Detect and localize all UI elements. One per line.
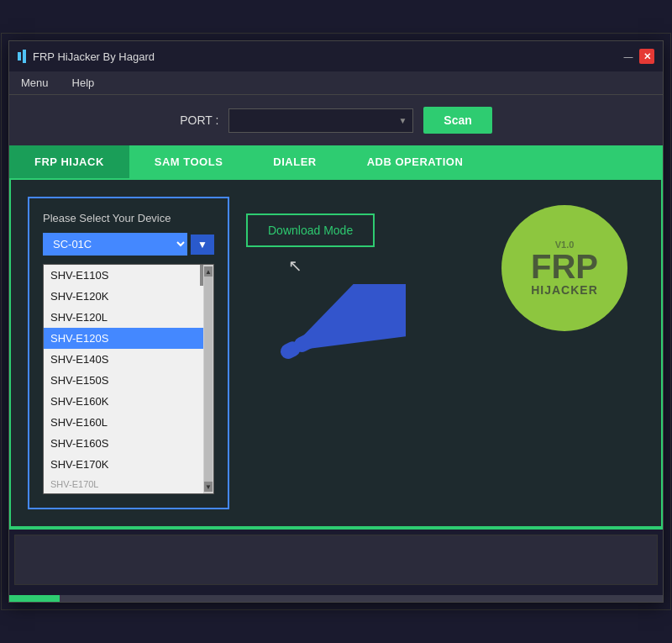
tab-adb-operation[interactable]: ADB OPERATION	[342, 145, 489, 178]
tab-bar: FRP HIJACK SAM TOOLS DIALER ADB OPERATIO…	[9, 145, 663, 178]
port-select-wrapper	[228, 108, 413, 133]
device-dropdown-arrow[interactable]: ▼	[191, 235, 214, 255]
close-button[interactable]: ✕	[639, 49, 654, 64]
list-item[interactable]: SHV-E120K	[44, 286, 203, 307]
list-item[interactable]: SHV-E160S	[44, 433, 203, 454]
device-list-items: SHV-E110S SHV-E120K SHV-E120L SHV-E120S …	[44, 265, 203, 493]
bottom-area	[9, 528, 663, 595]
list-item-selected[interactable]: SHV-E120S	[44, 328, 203, 349]
tab-sam-tools[interactable]: SAM TOOLS	[129, 145, 249, 178]
tab-frp-hijack[interactable]: FRP HIJACK	[9, 145, 129, 178]
list-item[interactable]: SHV-E160K	[44, 391, 203, 412]
cursor-indicator: ↖	[288, 256, 302, 276]
port-bar: PORT : Scan	[9, 95, 663, 145]
list-item-partial[interactable]: SHV-E170L	[44, 475, 203, 493]
menu-item-menu[interactable]: Menu	[18, 75, 52, 91]
list-item[interactable]: SHV-E160L	[44, 412, 203, 433]
menu-bar: Menu Help	[9, 71, 663, 95]
scrollbar-thumb	[9, 595, 60, 602]
list-item[interactable]: SHV-E110S	[44, 265, 203, 286]
bottom-scrollbar	[9, 595, 663, 602]
device-panel-label: Please Select Your Device	[43, 212, 214, 224]
device-list: SHV-E110S SHV-E120K SHV-E120L SHV-E120S …	[43, 264, 214, 494]
list-item[interactable]: SHV-E140S	[44, 349, 203, 370]
window-title: FRP HiJacker By Hagard	[33, 50, 155, 63]
device-select-row: SC-01C ▼	[43, 233, 214, 256]
device-selected-value[interactable]: SC-01C	[43, 233, 187, 256]
main-content: Please Select Your Device SC-01C ▼ SHV-E…	[9, 178, 663, 528]
window-controls: — ✕	[621, 49, 654, 64]
arrow-decoration	[255, 284, 406, 372]
device-panel: Please Select Your Device SC-01C ▼ SHV-E…	[28, 197, 229, 509]
menu-item-help[interactable]: Help	[69, 75, 98, 91]
list-item[interactable]: SHV-E120L	[44, 307, 203, 328]
main-window: FRP HiJacker By Hagard — ✕ Menu Help POR…	[8, 40, 664, 603]
port-select[interactable]	[228, 108, 413, 133]
download-mode-button[interactable]: Download Mode	[246, 213, 375, 247]
status-area	[14, 535, 658, 585]
list-item[interactable]: SHV-E150S	[44, 370, 203, 391]
minimize-button[interactable]: —	[621, 49, 636, 64]
device-scrollbar: ▲ ▼	[203, 265, 213, 493]
svg-line-1	[288, 301, 389, 351]
scan-button[interactable]: Scan	[423, 107, 491, 134]
title-bar: FRP HiJacker By Hagard — ✕	[9, 41, 663, 71]
tab-dialer[interactable]: DIALER	[248, 145, 341, 178]
horizontal-scrollbar[interactable]	[9, 595, 663, 602]
scrollbar-track	[204, 277, 213, 482]
scrollbar-down[interactable]: ▼	[204, 482, 213, 492]
logo-frp: FRP	[531, 250, 598, 283]
list-item[interactable]: SHV-E170K	[44, 454, 203, 475]
port-label: PORT :	[180, 113, 218, 127]
scrollbar-up[interactable]: ▲	[204, 266, 213, 277]
logo-hijacker: HIJACKER	[531, 283, 598, 297]
logo-circle: V1.0 FRP HIJACKER	[501, 205, 627, 331]
app-icon	[18, 50, 26, 63]
right-panel: Download Mode ↖ V	[246, 197, 644, 509]
